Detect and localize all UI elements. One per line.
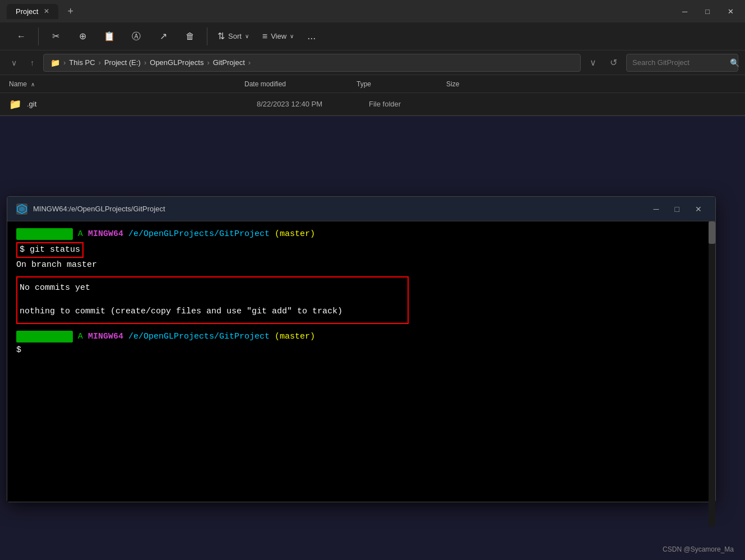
terminal-final-dollar: $ (16, 345, 21, 355)
terminal-username-blurred-1: Syca████████ (16, 228, 73, 240)
path-segment-gitproject[interactable]: GitProject (213, 58, 245, 67)
view-label: View (271, 32, 286, 40)
file-name-git: .git (27, 100, 257, 108)
minimize-button[interactable]: ─ (678, 5, 692, 18)
terminal-branch-1: (master) (275, 229, 315, 239)
explorer-window: Project ✕ + ─ □ ✕ ← ✂ ⊕ 📋 Ⓐ ↗ (0, 0, 745, 116)
nav-back-icon: ← (17, 32, 26, 41)
terminal-nothing-to-commit-text: nothing to commit (create/copy files and… (20, 306, 405, 318)
new-tab-button[interactable]: + (67, 6, 73, 17)
terminal-dollar-line: $ (16, 344, 706, 357)
terminal-maximize-button[interactable]: □ (670, 202, 684, 216)
toolbar-divider-2 (207, 27, 207, 45)
toolbar-share-button[interactable]: ↗ (151, 30, 175, 43)
col-header-name[interactable]: Name ∧ (9, 80, 244, 88)
toolbar-back-button[interactable]: ← (9, 30, 34, 43)
terminal-body[interactable]: Syca████████ A MINGW64 /e/OpenGLProjects… (7, 221, 715, 502)
view-icon: ≡ (262, 32, 267, 41)
sort-chevron-icon: ∨ (245, 33, 249, 39)
view-chevron-icon: ∨ (290, 33, 294, 39)
cut-icon: ✂ (52, 32, 59, 41)
terminal-highlighted-block: No commits yet nothing to commit (create… (16, 276, 409, 324)
terminal-window: MINGW64:/e/OpenGLProjects/GitProject ─ □… (7, 196, 716, 502)
path-sep5: › (248, 58, 251, 67)
close-button[interactable]: ✕ (723, 5, 738, 18)
window-controls: ─ □ ✕ (678, 5, 738, 18)
terminal-title: MINGW64:/e/OpenGLProjects/GitProject (33, 205, 644, 213)
terminal-logo-icon (16, 203, 27, 215)
address-dropdown-button[interactable]: ∨ (585, 55, 601, 70)
address-path[interactable]: 📁 › This PC › Project (E:) › OpenGLProje… (43, 54, 581, 72)
terminal-git-command-text: git status (30, 245, 80, 254)
watermark: CSDN @Sycamore_Ma (663, 545, 734, 553)
search-icon: 🔍 (730, 58, 739, 67)
folder-icon: 📁 (50, 58, 60, 67)
terminal-prompt-line-2: Syca████████ A MINGW64 /e/OpenGLProjects… (16, 331, 706, 344)
explorer-addressbar: ∨ ↑ 📁 › This PC › Project (E:) › OpenGLP… (0, 50, 745, 75)
toolbar-rename-button[interactable]: Ⓐ (124, 30, 149, 43)
terminal-window-controls: ─ □ ✕ (649, 202, 706, 216)
toolbar-divider-1 (38, 27, 39, 45)
tab-label: Project (16, 7, 38, 16)
terminal-dollar-symbol: $ (20, 245, 30, 254)
share-icon: ↗ (160, 32, 167, 41)
toolbar-more-button[interactable]: ... (302, 28, 321, 44)
sort-label: Sort (228, 32, 242, 40)
terminal-username-blurred-2: Syca████████ (16, 331, 73, 343)
scrollbar-thumb[interactable] (709, 221, 715, 244)
terminal-prompt-line-1: Syca████████ A MINGW64 /e/OpenGLProjects… (16, 228, 706, 241)
file-row-git[interactable]: 📁 .git 8/22/2023 12:40 PM File folder (0, 93, 745, 115)
file-date-git: 8/22/2023 12:40 PM (257, 100, 369, 108)
terminal-minimize-button[interactable]: ─ (649, 202, 664, 216)
file-type-git: File folder (369, 100, 459, 108)
col-header-date[interactable]: Date modified (244, 80, 357, 88)
toolbar-view-button[interactable]: ≡ View ∨ (257, 30, 299, 43)
terminal-path-2: /e/OpenGLProjects/GitProject (128, 332, 270, 341)
address-refresh-button[interactable]: ↺ (605, 55, 622, 70)
terminal-spacer (16, 326, 706, 331)
path-sep2: › (99, 58, 101, 67)
terminal-titlebar: MINGW64:/e/OpenGLProjects/GitProject ─ □… (7, 197, 715, 221)
paste-icon: 📋 (104, 32, 115, 41)
maximize-button[interactable]: □ (701, 5, 714, 18)
terminal-scrollbar[interactable] (709, 221, 715, 526)
rename-icon: Ⓐ (132, 32, 141, 41)
search-box: 🔍 (626, 54, 738, 72)
path-segment-drive[interactable]: Project (E:) (104, 58, 141, 67)
nav-back-btn[interactable]: ∨ (7, 56, 21, 70)
nav-up-btn[interactable]: ↑ (26, 56, 39, 70)
search-input[interactable] (632, 58, 727, 67)
path-segment-thispc[interactable]: This PC (69, 58, 95, 67)
toolbar-cut-button[interactable]: ✂ (43, 30, 68, 43)
explorer-content: 📁 .git 8/22/2023 12:40 PM File folder (0, 93, 745, 115)
path-segment-opengl[interactable]: OpenGLProjects (150, 58, 203, 67)
copy-icon: ⊕ (79, 32, 86, 41)
terminal-command-line: $ git status (16, 242, 706, 258)
col-header-type[interactable]: Type (357, 80, 446, 88)
delete-icon: 🗑 (186, 32, 195, 41)
sort-icon: ⇅ (218, 32, 225, 41)
folder-icon: 📁 (9, 98, 21, 110)
terminal-blank-line (20, 294, 405, 306)
toolbar-paste-button[interactable]: 📋 (97, 30, 122, 43)
explorer-titlebar: Project ✕ + ─ □ ✕ (0, 0, 745, 22)
sort-arrow-icon: ∧ (31, 81, 35, 87)
toolbar-delete-button[interactable]: 🗑 (178, 30, 202, 43)
col-header-size[interactable]: Size (446, 80, 513, 88)
toolbar-sort-button[interactable]: ⇅ Sort ∨ (212, 30, 254, 43)
terminal-at-symbol-1: A (78, 229, 83, 239)
explorer-toolbar: ← ✂ ⊕ 📋 Ⓐ ↗ 🗑 ⇅ Sort ∨ ≡ View ∨ (0, 22, 745, 50)
terminal-close-button[interactable]: ✕ (691, 202, 706, 216)
terminal-branch-2: (master) (275, 332, 315, 341)
file-list-header: Name ∧ Date modified Type Size (0, 75, 745, 93)
terminal-output-branch: On branch master (16, 259, 706, 272)
terminal-no-commits-text: No commits yet (20, 282, 405, 295)
terminal-git-status-command: $ git status (16, 242, 84, 258)
path-segment-separator1: › (63, 58, 66, 67)
terminal-mingw-label-1: MINGW64 (88, 229, 123, 239)
terminal-mingw-label-2: MINGW64 (88, 332, 123, 341)
terminal-at-symbol-2: A (78, 332, 83, 341)
explorer-tab-active[interactable]: Project ✕ (7, 4, 58, 19)
tab-close-button[interactable]: ✕ (44, 7, 49, 15)
toolbar-copy-button[interactable]: ⊕ (70, 30, 95, 43)
